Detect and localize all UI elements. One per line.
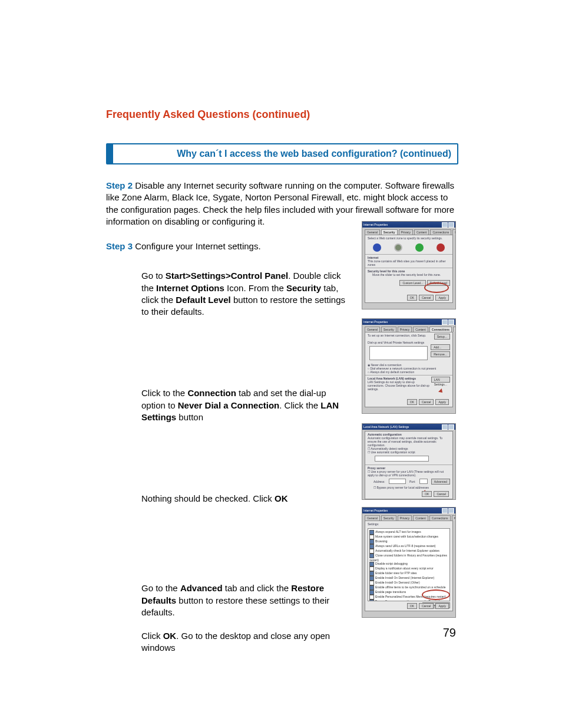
tab-content[interactable]: Content [414,229,429,235]
substep-c: Nothing should be checked. Click OK [141,493,352,505]
list-item[interactable]: Enable Install On Demand (Other) [369,581,448,585]
checkbox-bypass[interactable]: ☐ Bypass proxy server for local addresse… [373,486,450,489]
list-item[interactable]: Force offscreen compositing even under T… [369,599,448,601]
globe-icon[interactable] [373,243,381,252]
tab-programs[interactable]: Programs [453,327,456,332]
list-item[interactable]: Browsing [369,539,448,544]
proxy-address-input[interactable] [389,479,406,484]
substep-b: Click to the Connection tab and set the … [141,387,352,423]
substep-d: Go to the Advanced tab and click the Res… [141,582,352,618]
default-level-button[interactable]: Default Level [427,280,450,286]
list-item[interactable]: Enable Personalized Favorites Menu (requ… [369,595,448,599]
list-item[interactable]: Move system caret with focus/selection c… [369,535,448,539]
tab-content[interactable]: Content [413,327,428,332]
list-item[interactable]: Disable script debugging [369,562,448,566]
tab-connections[interactable]: Connections [429,327,452,332]
checkbox-use-proxy[interactable]: ☐ Use a proxy server for your LAN (These… [368,470,450,477]
tab-general[interactable]: General [365,327,380,332]
restricted-icon[interactable] [437,243,445,252]
list-item[interactable]: Enable offline items to be synchronized … [369,585,448,590]
lan-settings-button[interactable]: LAN Settings... [431,377,450,383]
tab-security[interactable]: Security [381,229,398,235]
tab-programs[interactable]: Programs [452,515,456,521]
step-3-text: Configure your Internet settings. [133,241,261,251]
setup-text: To set up an Internet connection, click … [368,334,427,340]
close-icon[interactable] [448,508,454,513]
settings-label: Settings: [365,521,452,527]
ok-button[interactable]: OK [407,399,417,405]
tab-general[interactable]: General [365,515,380,521]
dialog-title: Internet Properties [363,223,388,226]
tabs-row: General Security Privacy Content Connect… [362,228,455,235]
auto-text: Automatic configuration may override man… [368,436,450,447]
sub-header-box: Why can´t I access the web based configu… [106,143,458,164]
tab-connections[interactable]: Connections [430,229,451,235]
close-icon[interactable] [448,222,454,228]
ok-button[interactable]: OK [407,603,417,609]
tab-security[interactable]: Security [381,515,396,521]
custom-level-button[interactable]: Custom Level... [399,280,426,286]
minimize-icon[interactable] [442,222,448,228]
section-title: Frequently Asked Questions (continued) [106,108,458,121]
list-item[interactable]: Close unused folders in History and Favo… [369,554,448,562]
substep-a: Go to Start>Settings>Control Panel. Doub… [141,270,352,318]
page-number: 79 [443,626,456,640]
tab-content[interactable]: Content [413,515,428,521]
list-item[interactable]: Display a notification about every scrip… [369,566,448,571]
sub-header-text: Why can´t I access the web based configu… [177,149,451,159]
tab-connections[interactable]: Connections [429,515,451,521]
step-3-label: Step 3 [106,241,133,251]
close-icon[interactable] [448,319,454,325]
minimize-icon[interactable] [442,319,448,325]
checkbox-auto-script[interactable]: ☐ Use automatic configuration script [368,450,450,454]
ok-button[interactable]: OK [422,491,432,497]
cancel-button[interactable]: Cancel [419,295,434,301]
script-address-input[interactable] [375,456,429,462]
proxy-port-input[interactable] [419,479,428,484]
apply-button[interactable]: Apply [435,603,449,609]
level-sub: Move the slider to set the security leve… [372,273,450,276]
setup-button[interactable]: Setup... [434,334,450,340]
list-item[interactable]: Always expand ALT text for images [369,530,448,535]
step-2-text: Disable any Internet security software r… [106,180,454,226]
screenshot-advanced-tab: Internet Properties General Security Pri… [362,507,456,618]
advanced-settings-list[interactable]: Always expand ALT text for imagesMove sy… [368,528,450,601]
zone-desc: This zone contains all Web sites you hav… [368,259,450,266]
close-icon[interactable] [448,424,454,430]
help-icon[interactable] [442,424,448,430]
remove-button[interactable]: Remove... [431,351,450,357]
step-2-paragraph: Step 2 Disable any Internet security sof… [106,180,458,228]
trusted-icon[interactable] [415,243,424,252]
tab-security[interactable]: Security [381,327,396,332]
list-item[interactable]: Enable folder view for FTP sites [369,571,448,576]
add-button[interactable]: Add... [431,344,450,350]
dialog-title: Internet Properties [363,320,388,324]
cancel-button[interactable]: Cancel [419,603,434,609]
tab-privacy[interactable]: Privacy [398,327,412,332]
screenshot-security-tab: Internet Properties General Security Pri… [362,221,456,309]
tab-programs[interactable]: Programs [452,229,456,235]
apply-button[interactable]: Apply [435,399,449,405]
list-item[interactable]: Enable Install On Demand (Internet Explo… [369,576,448,581]
advanced-button[interactable]: Advanced [431,479,450,485]
ok-button[interactable]: OK [407,295,417,301]
list-item[interactable]: Enable page transitions [369,590,448,595]
cancel-button[interactable]: Cancel [434,491,449,497]
tab-privacy[interactable]: Privacy [398,515,412,521]
list-item[interactable]: Always send URLs as UTF-8 (requires rest… [369,544,448,549]
cancel-button[interactable]: Cancel [419,399,434,405]
dialup-list[interactable] [369,346,428,360]
tab-general[interactable]: General [365,229,380,235]
minimize-icon[interactable] [442,508,448,513]
dialog-title: Internet Properties [363,509,388,512]
radio-always-dial[interactable]: ○ Always dial my default connection [368,370,450,374]
intranet-icon[interactable] [394,243,402,252]
step-2-label: Step 2 [106,180,133,190]
zone-icons [365,241,452,255]
apply-button[interactable]: Apply [435,295,449,301]
list-item[interactable]: Automatically check for Internet Explore… [369,549,448,554]
lan-text: LAN Settings do not apply to dial-up con… [368,380,431,391]
dialog-title: Local Area Network (LAN) Settings [363,425,409,429]
arrow-icon [439,389,445,395]
tab-privacy[interactable]: Privacy [399,229,413,235]
